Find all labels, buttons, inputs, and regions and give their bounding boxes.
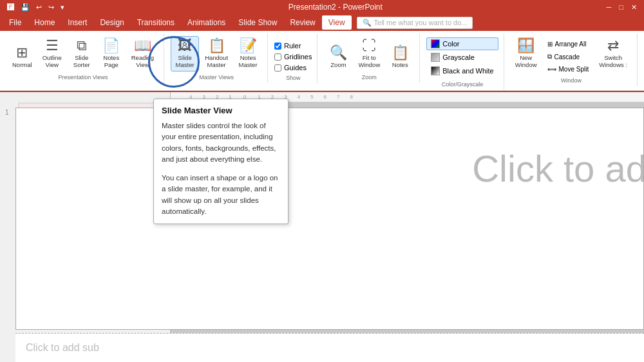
workarea: 5 4 3 2 1 0 1 2 3 4 4 3 [0,92,644,362]
menu-animations[interactable]: Animations [181,15,232,30]
menu-view[interactable]: View [322,15,352,30]
zoom-label: Zoom [362,74,377,81]
move-split-button[interactable]: ⟺ Move Split [544,64,592,75]
ribbon-group-presentation-views: ⊞ Normal ☰ OutlineView ⧉ SlideSorter 📄 N… [3,33,164,83]
app-window: 🅿 💾 ↩ ↪ ▾ Presentation2 - PowerPoint ─ □… [0,0,644,362]
notes-area[interactable]: Click to add sub [15,333,644,362]
menu-file[interactable]: File [3,15,28,30]
guides-check[interactable] [274,64,281,71]
outline-icon: ☰ [46,39,59,53]
ribbon-group-master-views: 🖼 SlideMaster 📋 HandoutMaster 📝 NotesMas… [166,33,268,83]
gridlines-checkbox[interactable]: Gridlines [274,52,312,61]
slide-workspace: 1 Click to ad Click to add [10,102,644,362]
window-title: Presentation2 - PowerPoint [66,3,605,12]
fit-to-window-button[interactable]: ⛶ Fit toWindow [354,36,384,71]
grayscale-swatch [431,53,440,62]
black-white-option[interactable]: Black and White [426,64,498,77]
notes-master-icon: 📝 [240,39,257,53]
menu-slideshow[interactable]: Slide Show [232,15,283,30]
redo-icon[interactable]: ↪ [46,3,56,12]
main-slide[interactable]: Click to ad [15,108,644,330]
presentation-views-buttons: ⊞ Normal ☰ OutlineView ⧉ SlideSorter 📄 N… [8,36,158,71]
switch-windows-button[interactable]: ⇄ SwitchWindows : [594,36,632,71]
ribbon-group-window: 🪟 NewWindow ⊞ Arrange All ⧉ Cascade [506,33,638,86]
tooltip-title: Slide Master View [162,106,280,115]
menu-design[interactable]: Design [93,15,130,30]
restore-icon[interactable]: □ [617,3,625,12]
slide-sorter-icon: ⧉ [77,39,87,53]
notes-master-button[interactable]: 📝 NotesMaster [234,36,262,71]
gridlines-label: Gridlines [284,53,312,61]
search-icon: 🔍 [363,19,372,27]
move-split-label: Move Split [559,66,589,73]
slide-master-button[interactable]: 🖼 SlideMaster [171,36,199,71]
tooltip-text-1: Master slides control the look of your e… [162,120,280,165]
color-option[interactable]: Color [426,37,498,50]
zoom-button[interactable]: 🔍 Zoom [324,43,352,71]
undo-icon[interactable]: ↩ [34,3,44,12]
color-label-group: Color/Grayscale [442,81,484,88]
guides-checkbox[interactable]: Guides [274,63,312,72]
quick-access-toolbar: 🅿 💾 ↩ ↪ ▾ [5,3,66,12]
menu-review[interactable]: Review [283,15,321,30]
ribbon: ⊞ Normal ☰ OutlineView ⧉ SlideSorter 📄 N… [0,31,644,91]
slide-sorter-button[interactable]: ⧉ SlideSorter [68,36,96,71]
ruler-label: Ruler [284,42,301,50]
cascade-label: Cascade [554,53,580,61]
guides-label: Guides [284,64,307,71]
menu-home[interactable]: Home [28,15,61,30]
arrange-all-icon: ⊞ [547,41,553,48]
handout-master-button[interactable]: 📋 HandoutMaster [200,36,232,71]
ribbon-group-show: Ruler Gridlines Guides Show [269,33,317,84]
reading-view-button[interactable]: 📖 ReadingView [127,36,158,71]
tooltip-text-2: You can insert a shape or a logo on a sl… [162,173,280,217]
ribbon-group-zoom: 🔍 Zoom ⛶ Fit toWindow 📋 Notes Zoom [319,33,420,83]
minimize-icon[interactable]: ─ [605,3,614,12]
menu-bar: File Home Insert Design Transitions Anim… [0,14,644,31]
tell-me-box[interactable]: 🔍 Tell me what you want to do... [357,17,473,29]
show-label: Show [286,75,301,81]
color-swatch [431,39,440,48]
window-label: Window [561,77,582,84]
content-area: 4 3 2 1 0 1 2 3 4 5 6 7 8 [10,92,644,362]
cascade-button[interactable]: ⧉ Cascade [544,51,592,62]
slide-main-text: Click to ad [472,147,644,190]
presentation-views-label: Presentation Views [59,74,108,81]
bw-label: Black and White [442,67,493,75]
ribbon-group-macros: ⚙ Macros Macros [639,33,644,81]
arrange-all-label: Arrange All [555,41,587,48]
customize-icon[interactable]: ▾ [59,3,66,12]
ruler-checkbox[interactable]: Ruler [274,41,312,50]
menu-insert[interactable]: Insert [61,15,93,30]
new-window-button[interactable]: 🪟 NewWindow [511,36,542,71]
arrange-all-button[interactable]: ⊞ Arrange All [544,39,592,50]
tell-me-placeholder: Tell me what you want to do... [374,19,468,26]
menu-transitions[interactable]: Transitions [131,15,181,30]
move-split-icon: ⟺ [547,66,556,73]
outline-view-button[interactable]: ☰ OutlineView [38,36,66,71]
ruler-check[interactable] [274,43,281,50]
new-window-icon: 🪟 [517,39,535,53]
grayscale-option[interactable]: Grayscale [426,51,498,64]
tooltip-slide-master: Slide Master View Master slides control … [153,99,289,224]
notes-button[interactable]: 📋 Notes [386,43,414,71]
fit-window-icon: ⛶ [362,39,376,53]
color-label: Color [442,40,459,48]
save-icon[interactable]: 💾 [19,3,32,12]
zoom-icon: 🔍 [330,46,347,60]
notes-page-button[interactable]: 📄 NotesPage [97,36,126,71]
gridlines-check[interactable] [274,53,281,61]
close-icon[interactable]: ✕ [629,3,639,12]
cascade-icon: ⧉ [547,53,552,61]
notes-page-icon: 📄 [102,39,120,53]
app-icon: 🅿 [5,3,16,11]
zoom-buttons: 🔍 Zoom ⛶ Fit toWindow 📋 Notes [324,36,414,71]
slide-sub-text: Click to add sub [26,342,99,354]
master-views-label: Master Views [199,74,234,81]
handout-master-icon: 📋 [208,39,225,53]
switch-windows-icon: ⇄ [607,39,619,53]
normal-button[interactable]: ⊞ Normal [8,43,37,71]
master-views-buttons: 🖼 SlideMaster 📋 HandoutMaster 📝 NotesMas… [171,36,262,71]
title-bar: 🅿 💾 ↩ ↪ ▾ Presentation2 - PowerPoint ─ □… [0,0,644,14]
color-options: Color Grayscale Black and White [426,36,498,79]
